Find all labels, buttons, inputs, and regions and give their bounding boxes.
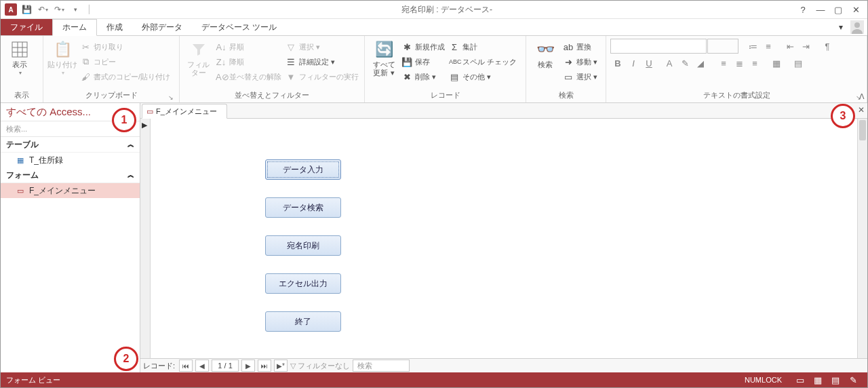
spellcheck-button[interactable]: ABCスペル チェック <box>448 55 518 69</box>
form-btn-excel-export[interactable]: エクセル出力 <box>265 273 341 294</box>
close-button[interactable]: ✕ <box>848 3 863 16</box>
align-right-icon[interactable]: ≡ <box>747 56 762 71</box>
sigma-icon: Σ <box>449 42 460 52</box>
alt-row-icon[interactable]: ▤ <box>791 56 806 71</box>
copy-button[interactable]: ⧉コピー <box>79 55 172 69</box>
clear-sort-button[interactable]: A⊘並べ替えの解除 <box>214 70 283 83</box>
more-records-button[interactable]: ▤その他 ▾ <box>448 70 518 83</box>
view-button[interactable]: 表示 ▾ <box>5 39 35 76</box>
funnel-small-icon: ▽ <box>285 42 296 52</box>
goto-button[interactable]: ➜移動 ▾ <box>561 55 599 69</box>
scrollbar-thumb[interactable] <box>859 120 866 140</box>
indent-dec-icon[interactable]: ⇤ <box>783 39 797 54</box>
goto-icon: ➜ <box>563 57 574 67</box>
filter-indicator: ▽フィルターなし <box>290 361 350 371</box>
record-position[interactable]: 1 / 1 <box>212 360 239 372</box>
undo-icon[interactable]: ↶▾ <box>36 3 50 16</box>
vertical-scrollbar[interactable] <box>857 119 867 358</box>
close-tab-icon[interactable]: ✕ <box>858 105 865 115</box>
toggle-filter-button[interactable]: ▼フィルターの実行 <box>284 70 360 83</box>
sort-desc-button[interactable]: Z↓降順 <box>214 55 283 69</box>
paste-button[interactable]: 📋 貼り付け ▾ <box>47 39 77 76</box>
view-design-icon[interactable]: ✎ <box>844 374 862 386</box>
form-icon: ▭ <box>16 187 25 195</box>
highlight-icon[interactable]: ✎ <box>677 56 692 71</box>
new-record-button[interactable]: ✱新規作成 <box>400 40 446 54</box>
qat-customize-icon[interactable]: ▾ <box>68 3 82 16</box>
form-btn-data-search[interactable]: データ検索 <box>265 197 341 218</box>
font-family-combo[interactable] <box>610 39 707 54</box>
find-button[interactable]: 👓 検索 <box>530 39 560 69</box>
nav-prev-icon[interactable]: ◀ <box>195 360 209 372</box>
nav-item-table[interactable]: ▦ T_住所録 <box>1 153 140 168</box>
sort-asc-button[interactable]: A↓昇順 <box>214 40 283 54</box>
user-icon[interactable] <box>847 19 867 35</box>
annotation-callout-1: 1 <box>112 108 136 132</box>
tab-database-tools[interactable]: データベース ツール <box>192 19 286 35</box>
underline-icon[interactable]: U <box>642 56 656 71</box>
cut-button[interactable]: ✂切り取り <box>79 40 172 54</box>
title-bar: A 💾 ↶▾ ↷▾ ▾ ▏ 宛名印刷 : データベース- ? — ▢ ✕ <box>1 1 867 19</box>
tab-file[interactable]: ファイル <box>1 19 52 35</box>
nav-last-icon[interactable]: ⏭ <box>258 360 271 372</box>
gridlines-icon[interactable]: ▦ <box>769 56 784 71</box>
text-dir-icon[interactable]: ¶ <box>820 39 835 54</box>
selection-filter-button[interactable]: ▽選択 ▾ <box>284 40 360 54</box>
filter-label: フィルター <box>184 60 213 77</box>
tab-create[interactable]: 作成 <box>97 19 132 35</box>
italic-icon[interactable]: I <box>626 56 641 71</box>
dialog-launcher-icon[interactable]: ↘ <box>168 94 174 101</box>
fill-icon[interactable]: ◢ <box>693 56 708 71</box>
numbering-icon[interactable]: ≡ <box>761 39 776 54</box>
align-left-icon[interactable]: ≡ <box>716 56 731 71</box>
save-icon[interactable]: 💾 <box>20 3 33 16</box>
replace-button[interactable]: ab置換 <box>561 40 599 54</box>
document-tabs: ▭ F_メインメニュー ✕ <box>140 103 867 119</box>
totals-button[interactable]: Σ集計 <box>448 40 518 54</box>
delete-record-button[interactable]: ✖削除 ▾ <box>400 70 446 83</box>
status-bar: フォーム ビュー NUMLOCK ▭ ▦ ▤ ✎ <box>1 372 867 387</box>
tab-home[interactable]: ホーム <box>52 19 97 36</box>
view-form-icon[interactable]: ▭ <box>791 374 809 386</box>
maximize-button[interactable]: ▢ <box>831 3 846 16</box>
select-icon: ▭ <box>563 72 574 82</box>
document-tab[interactable]: ▭ F_メインメニュー <box>142 104 227 119</box>
redo-icon[interactable]: ↷▾ <box>52 3 66 16</box>
align-center-icon[interactable]: ≣ <box>732 56 747 71</box>
table-icon: ▦ <box>16 156 25 164</box>
format-painter-button[interactable]: 🖌書式のコピー/貼り付け <box>79 70 172 83</box>
bullets-icon[interactable]: ≔ <box>745 39 760 54</box>
record-search-input[interactable]: 検索 <box>353 360 410 372</box>
filter-button[interactable]: フィルター <box>184 39 213 77</box>
bold-icon[interactable]: B <box>610 56 625 71</box>
collapse-icon2[interactable]: ︽ <box>127 170 134 180</box>
view-datasheet-icon[interactable]: ▦ <box>809 374 827 386</box>
help-icon[interactable]: ? <box>795 3 810 16</box>
advanced-filter-button[interactable]: ☰詳細設定 ▾ <box>284 55 360 69</box>
tab-external-data[interactable]: 外部データ <box>132 19 192 35</box>
view-layout-icon[interactable]: ▤ <box>827 374 844 386</box>
ribbon-collapse-icon[interactable]: ᐱ <box>859 92 865 101</box>
save-record-button[interactable]: 💾保存 <box>400 55 446 69</box>
indent-inc-icon[interactable]: ⇥ <box>798 39 813 54</box>
collapse-icon[interactable]: ︽ <box>127 140 134 149</box>
select-button[interactable]: ▭選択 ▾ <box>561 70 599 83</box>
refresh-all-button[interactable]: 🔄 すべて 更新 ▾ <box>369 39 399 77</box>
form-btn-address-print[interactable]: 宛名印刷 <box>265 235 341 256</box>
annotation-callout-3: 3 <box>831 104 855 128</box>
nav-next-icon[interactable]: ▶ <box>241 360 255 372</box>
nav-category-tables[interactable]: テーブル ︽ <box>1 137 140 153</box>
minimize-button[interactable]: — <box>813 3 828 16</box>
nav-new-icon[interactable]: ▶* <box>274 360 288 372</box>
app-icon: A <box>5 3 17 16</box>
font-size-combo[interactable] <box>707 39 738 54</box>
font-color-icon[interactable]: A <box>662 56 677 71</box>
form-view: ▶ データ入力 データ検索 宛名印刷 エクセル出力 終了 <box>140 119 867 358</box>
nav-category-forms[interactable]: フォーム ︽ <box>1 168 140 183</box>
form-btn-data-entry[interactable]: データ入力 <box>265 159 341 180</box>
nav-first-icon[interactable]: ⏮ <box>179 360 193 372</box>
record-selector[interactable]: ▶ <box>140 119 151 358</box>
form-btn-exit[interactable]: 終了 <box>265 311 341 332</box>
nav-item-form[interactable]: ▭ F_メインメニュー <box>1 183 140 198</box>
ribbon-options-icon[interactable]: ▾ <box>835 19 847 35</box>
